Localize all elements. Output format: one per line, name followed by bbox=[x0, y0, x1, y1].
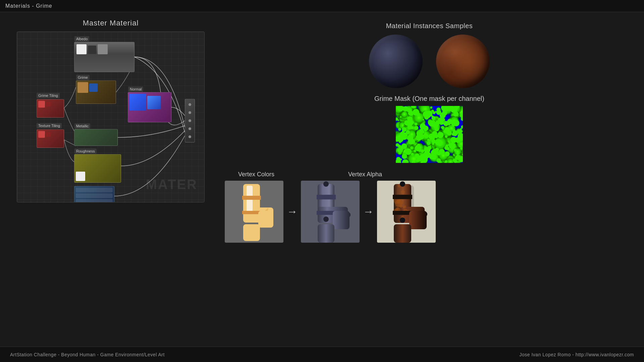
vertex-alpha-label: Vertex Alpha bbox=[348, 171, 382, 178]
bottom-bar-left: ArtStation Challenge - Beyond Human - Ga… bbox=[10, 352, 165, 357]
texture-tiling-node bbox=[37, 129, 64, 148]
sphere-rust bbox=[436, 35, 490, 88]
arrow-1: → bbox=[287, 205, 298, 218]
left-panel: Master Material bbox=[10, 19, 211, 340]
roughness-label: Roughness bbox=[74, 148, 97, 154]
vertex-labels-row: Vertex Colors Vertex Alpha bbox=[225, 171, 634, 178]
roughness-node: Roughness bbox=[74, 154, 121, 183]
grime-tiling-node bbox=[37, 99, 64, 118]
right-panel: Material Instances Samples Grime Mask (O… bbox=[225, 19, 634, 340]
pipe-canvas-1 bbox=[225, 181, 283, 243]
watermark: MATER bbox=[146, 177, 198, 192]
albedo-label: Albedo bbox=[74, 36, 89, 42]
albedo-node: Albedo bbox=[74, 42, 135, 72]
normal-bottom-node bbox=[74, 186, 114, 202]
vertex-section: Vertex Colors Vertex Alpha → → bbox=[225, 171, 634, 243]
top-bar: Materials - Grime bbox=[0, 0, 644, 12]
top-bar-title: Materials - Grime bbox=[5, 3, 52, 9]
node-graph: Albedo Grime Normal bbox=[17, 32, 205, 202]
texture-tiling-label: Texture Tiling bbox=[37, 123, 62, 128]
metallic-node: Metallic bbox=[74, 129, 118, 146]
pipe-canvas-2 bbox=[301, 181, 360, 243]
arrow-2: → bbox=[363, 205, 374, 218]
material-instances-title: Material Instances Samples bbox=[386, 22, 473, 30]
pipe-canvas-3 bbox=[377, 181, 436, 243]
vertex-colors-label: Vertex Colors bbox=[238, 171, 274, 178]
main-content: Master Material bbox=[0, 12, 644, 347]
metallic-label: Metallic bbox=[74, 123, 90, 129]
texture-tiling-container: Texture Tiling bbox=[37, 123, 62, 129]
grime-tiling-label: Grime Tiling bbox=[37, 93, 60, 98]
normal-label: Normal bbox=[128, 86, 143, 92]
grime-tiling-container: Grime Tiling bbox=[37, 93, 60, 99]
grime-node: Grime bbox=[76, 80, 116, 104]
vertex-colors-img bbox=[225, 181, 283, 243]
vertex-alpha-img bbox=[301, 181, 360, 243]
grime-canvas bbox=[396, 106, 463, 163]
rust-pipe-img bbox=[377, 181, 436, 243]
output-node bbox=[185, 99, 195, 142]
sphere-dark bbox=[369, 35, 423, 88]
spheres-row bbox=[369, 35, 490, 88]
grime-mask-image bbox=[396, 106, 463, 163]
vertex-images-row: → → bbox=[225, 181, 634, 243]
grime-mask: Grime Mask (One mask per channel) bbox=[225, 95, 634, 163]
master-material-title: Master Material bbox=[83, 19, 139, 27]
bottom-bar: ArtStation Challenge - Beyond Human - Ga… bbox=[0, 347, 644, 362]
normal-node: Normal bbox=[128, 92, 171, 122]
material-instances: Material Instances Samples bbox=[225, 22, 634, 88]
bottom-bar-right: Jose Ivan Lopez Romo - http://www.ivanlo… bbox=[520, 352, 634, 357]
grime-node-label: Grime bbox=[76, 75, 90, 80]
grime-mask-title: Grime Mask (One mask per channel) bbox=[374, 95, 484, 103]
